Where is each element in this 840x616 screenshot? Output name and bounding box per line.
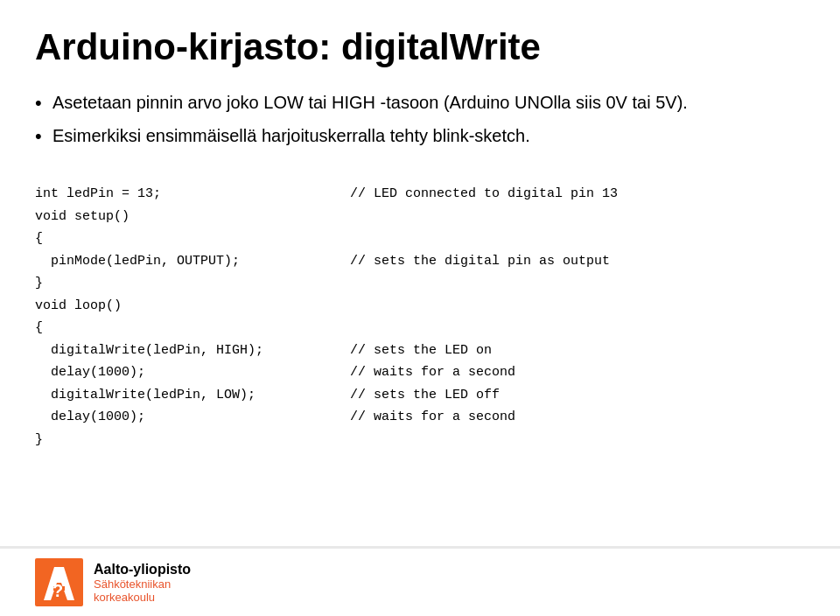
code-line: digitalWrite(ledPin, LOW);// sets the LE… [35, 384, 805, 407]
bullet-item-2: Esimerkiksi ensimmäisellä harjoituskerra… [35, 123, 805, 148]
code-main-text: delay(1000); [35, 361, 315, 384]
code-line: void setup() [35, 206, 805, 228]
footer-logo: ? Aalto-yliopisto Sähkötekniikan korkeak… [35, 558, 191, 606]
footer-text: Aalto-yliopisto Sähkötekniikan korkeakou… [94, 562, 191, 604]
code-comment-text: // sets the LED on [350, 340, 492, 362]
code-main-text: void loop() [35, 295, 315, 318]
svg-text:?: ? [52, 581, 63, 600]
code-line: int ledPin = 13;// LED connected to digi… [35, 183, 805, 206]
code-line: } [35, 429, 805, 452]
footer-dept1: Sähkötekniikan [94, 578, 191, 591]
code-block: int ledPin = 13;// LED connected to digi… [35, 183, 805, 598]
code-main-text: digitalWrite(ledPin, LOW); [35, 384, 315, 407]
code-line: { [35, 317, 805, 340]
bullet-list: Asetetaan pinnin arvo joko LOW tai HIGH … [35, 90, 805, 157]
bullet-item-1: Asetetaan pinnin arvo joko LOW tai HIGH … [35, 90, 805, 115]
code-main-text: pinMode(ledPin, OUTPUT); [35, 250, 315, 273]
code-main-text: int ledPin = 13; [35, 183, 315, 206]
code-line: delay(1000);// waits for a second [35, 361, 805, 384]
code-main-text: { [35, 228, 315, 250]
footer-dept2: korkeakoulu [94, 591, 191, 604]
code-line: pinMode(ledPin, OUTPUT);// sets the digi… [35, 250, 805, 273]
code-comment-text: // waits for a second [350, 406, 515, 429]
code-main-text: { [35, 317, 315, 340]
code-comment-text: // sets the digital pin as output [350, 250, 610, 273]
code-line: void loop() [35, 295, 805, 318]
aalto-logo-icon: ? [35, 558, 83, 606]
code-main-text: } [35, 429, 315, 452]
code-line: { [35, 228, 805, 250]
page-title: Arduino-kirjasto: digitalWrite [35, 26, 805, 68]
code-comment-text: // LED connected to digital pin 13 [350, 183, 618, 206]
code-main-text: void setup() [35, 206, 315, 228]
footer: ? Aalto-yliopisto Sähkötekniikan korkeak… [0, 546, 840, 616]
code-comment-text: // sets the LED off [350, 384, 500, 407]
code-line: digitalWrite(ledPin, HIGH);// sets the L… [35, 340, 805, 362]
university-name: Aalto-yliopisto [94, 562, 191, 578]
code-comment-text: // waits for a second [350, 361, 515, 384]
page-container: Arduino-kirjasto: digitalWrite Asetetaan… [0, 0, 840, 616]
code-main-text: delay(1000); [35, 406, 315, 429]
code-main-text: } [35, 272, 315, 295]
code-line: delay(1000);// waits for a second [35, 406, 805, 429]
code-line: } [35, 272, 805, 295]
code-main-text: digitalWrite(ledPin, HIGH); [35, 340, 315, 362]
